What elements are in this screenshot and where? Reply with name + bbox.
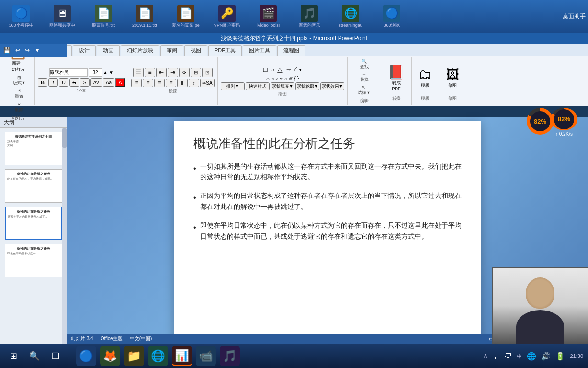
save-quick-btn[interactable]: 💾 xyxy=(2,46,12,54)
slide-thumb-2[interactable]: 备性的此在分析之任务 此在存在的结构，平均状态，被抛... xyxy=(5,169,62,203)
indent-decrease-btn[interactable]: ⇤ xyxy=(156,68,167,77)
convert-smartart-btn[interactable]: ⇒SA xyxy=(200,79,215,87)
para-group-label: 段落 xyxy=(169,88,177,94)
app-music[interactable]: 🎵 xyxy=(220,346,240,366)
font-size-input[interactable] xyxy=(89,68,102,77)
convert-pdf-btn[interactable]: 📕 转成PDF xyxy=(384,61,408,94)
scroll-thumb[interactable] xyxy=(62,128,67,148)
slide-thumb-3[interactable]: 备性的此在分析之任务 正因为平均的日常状态构成了... xyxy=(5,207,62,240)
photo-edit-btn[interactable]: 🖼 修图 xyxy=(442,61,463,94)
font-color-btn[interactable]: A xyxy=(115,78,125,87)
title-bar: 浅谈海德格尔哲学系列之十四.pptx - Microsoft PowerPoin… xyxy=(0,33,588,44)
align-center-btn[interactable]: ≡ xyxy=(143,79,153,87)
num-list-btn[interactable]: ≡ xyxy=(145,68,155,77)
font-size-up-btn[interactable]: ▲ xyxy=(103,70,108,75)
more-shapes2[interactable]: ⌓ ⌔ ⌕ ⌖ ⊿ ⫻ { } xyxy=(266,76,299,81)
italic-btn[interactable]: I xyxy=(48,78,58,87)
text-direction-btn[interactable]: ⟳ xyxy=(179,68,190,77)
slide-canvas[interactable]: 概说准备性的此在分析之任务 • 一切如其所是的生存活动都从这一存在方式中来而又回… xyxy=(174,121,481,341)
reset-btn[interactable]: ↺ 重置 xyxy=(11,88,28,101)
font-spacing-btn[interactable]: AV xyxy=(90,78,102,87)
strikethrough-btn[interactable]: S xyxy=(69,78,79,87)
tab-review[interactable]: 审阅 xyxy=(160,45,183,56)
taskbar-music[interactable]: 🎵 百武的音乐 xyxy=(291,5,328,28)
task-view-btn[interactable]: ❑ xyxy=(47,347,64,365)
taskbar-vpn[interactable]: 🔑 VPN账户密码 xyxy=(208,5,246,28)
shape-fill-btn[interactable]: 形状填充▼ xyxy=(271,82,294,90)
replace-btn[interactable]: ↔ 替换 xyxy=(358,71,371,84)
line-spacing-btn[interactable]: ↕ xyxy=(189,79,199,87)
start-btn[interactable]: ⊞ xyxy=(5,347,22,365)
taskbar-notes[interactable]: 📄 2019.1.11.txt xyxy=(126,5,163,28)
bold-btn[interactable]: B xyxy=(38,78,47,87)
align-left-btn[interactable]: ≡ xyxy=(131,79,142,87)
indent-increase-btn[interactable]: ⇥ xyxy=(168,68,178,77)
arrow-shape[interactable]: → xyxy=(284,65,293,74)
find-btn[interactable]: 🔍 查找 xyxy=(358,58,371,71)
delete-btn[interactable]: ✕ 删除 xyxy=(11,101,28,114)
taskbar-360browser[interactable]: 🔵 360浏览 xyxy=(373,5,410,28)
tab-slideshow[interactable]: 幻灯片放映 xyxy=(121,45,159,56)
tri-shape[interactable]: △ xyxy=(276,65,283,74)
template-btn[interactable]: 🗂 模板 xyxy=(415,61,436,94)
taskbar-stocks[interactable]: 📄 股票账号.txt xyxy=(85,5,122,28)
tab-flowchart[interactable]: 流程图 xyxy=(277,45,305,56)
list-btn[interactable]: ☰ xyxy=(133,68,144,77)
network-icon[interactable]: 🌐 xyxy=(527,352,536,361)
slide-panel-scrollbar[interactable] xyxy=(62,128,67,362)
app-360[interactable]: 🔵 xyxy=(76,346,96,366)
taskbar-network[interactable]: 🖥 网络和共享中 xyxy=(44,5,81,28)
slide-thumb-1[interactable]: 海德格尔哲学系列之十四 浅谈海德大纲 xyxy=(5,132,62,165)
tab-picture[interactable]: 图片工具 xyxy=(243,45,276,56)
font-size-down-btn[interactable]: ▼ xyxy=(109,70,113,75)
draw-row-top: □ ○ △ → ∕ ▼ xyxy=(262,65,303,74)
battery-icon[interactable]: 🔋 xyxy=(555,352,565,361)
keyboard-lang[interactable]: A xyxy=(484,353,487,359)
undo-quick-btn[interactable]: ↩ xyxy=(14,46,22,54)
app-firefox[interactable]: 🦊 xyxy=(100,346,120,366)
tab-view[interactable]: 视图 xyxy=(184,45,207,56)
font-name-input[interactable] xyxy=(49,68,88,77)
app-file-manager[interactable]: 📁 xyxy=(124,346,144,366)
shape-effect-btn[interactable]: 形状效果▼ xyxy=(320,82,344,90)
line-shape[interactable]: ∕ xyxy=(294,65,297,74)
taskbar-ivideo[interactable]: 🎬 iVideoToolsI xyxy=(249,5,287,28)
draw-row-middle: ⌓ ⌔ ⌕ ⌖ ⊿ ⫻ { } xyxy=(266,76,299,81)
smartart-btn[interactable]: ⊡ xyxy=(202,68,213,77)
mic-icon[interactable]: 🎙 xyxy=(492,352,499,360)
tab-animation[interactable]: 动画 xyxy=(97,45,120,56)
ribbon-group-edit: 🔍 查找 ↔ 替换 ↖ 选择▼ 编辑 xyxy=(348,57,381,105)
font-case-btn[interactable]: Aa xyxy=(103,78,114,87)
underline-btn[interactable]: U xyxy=(59,78,68,87)
rect-shape[interactable]: □ xyxy=(262,65,268,74)
app-powerpoint[interactable]: 📊 xyxy=(172,346,192,366)
taskbar-360[interactable]: 🔵 360小程序中 xyxy=(2,5,40,28)
taskbar-separator-1 xyxy=(70,349,70,363)
text-align-btn[interactable]: ⊟ xyxy=(191,68,201,77)
app-zoom[interactable]: 📹 xyxy=(196,346,216,366)
align-right-btn[interactable]: ≡ xyxy=(154,79,165,87)
oval-shape[interactable]: ○ xyxy=(269,65,275,74)
app-edge[interactable]: 🌐 xyxy=(148,346,168,366)
slide-thumb-4[interactable]: 备性的此在分析之任务 即使在平均日常状态中... xyxy=(5,244,62,277)
arrange-btn[interactable]: 排列▼ xyxy=(221,82,245,90)
volume-icon[interactable]: 🔊 xyxy=(541,352,551,361)
col-btn[interactable]: ⫿ xyxy=(177,79,188,87)
edit-group-label: 编辑 xyxy=(360,98,369,104)
tab-pdf[interactable]: PDF工具 xyxy=(208,45,242,56)
shape-outline-btn[interactable]: 形状轮廓▼ xyxy=(295,82,319,90)
redo-quick-btn[interactable]: ↪ xyxy=(23,46,31,54)
quick-styles-btn[interactable]: 快速样式 xyxy=(246,82,270,90)
shield-icon[interactable]: 🛡 xyxy=(504,352,512,360)
taskbar-streaming[interactable]: 🌐 streamingau xyxy=(332,5,369,28)
select-btn[interactable]: ↖ 选择▼ xyxy=(356,84,373,97)
search-btn[interactable]: 🔍 xyxy=(26,347,43,365)
new-slide-label: 新建幻灯片 xyxy=(12,60,25,73)
customize-quick-btn[interactable]: ▼ xyxy=(33,46,42,54)
shadow-btn[interactable]: S xyxy=(80,78,90,87)
align-justify-btn[interactable]: ≡ xyxy=(166,79,176,87)
more-shapes[interactable]: ▼ xyxy=(298,67,303,72)
taskbar-summer[interactable]: 📄 夏名的豆浆 pe xyxy=(167,5,204,28)
tab-design[interactable]: 设计 xyxy=(73,45,96,56)
layout-btn[interactable]: ⊞ 版式▼ xyxy=(11,74,28,87)
